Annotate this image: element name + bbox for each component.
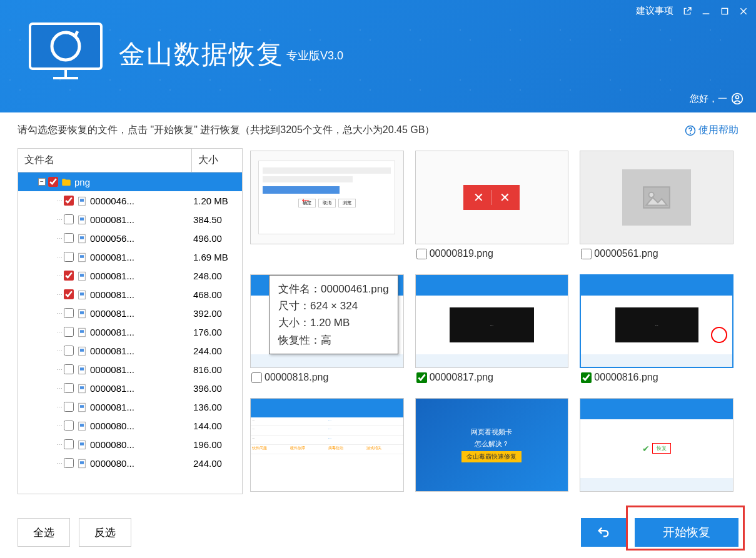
tree-file-row[interactable]: ⋯ 0000080... 244.00 bbox=[18, 454, 242, 472]
file-checkbox[interactable] bbox=[64, 289, 74, 299]
file-checkbox[interactable] bbox=[64, 402, 74, 412]
file-checkbox[interactable] bbox=[64, 252, 74, 262]
file-icon bbox=[76, 269, 90, 281]
undo-icon bbox=[595, 526, 612, 539]
tree-file-row[interactable]: ⋯ 0000081... 1.69 MB bbox=[18, 247, 242, 266]
file-size: 396.00 bbox=[193, 383, 242, 394]
thumbnail-checkbox[interactable] bbox=[416, 372, 427, 383]
file-size: 244.00 bbox=[193, 346, 242, 356]
monitor-recovery-icon bbox=[25, 19, 106, 90]
svg-rect-33 bbox=[80, 386, 84, 389]
app-window: 建议事项 金山数据恢复专业版V3.0 您好，一 bbox=[0, 0, 756, 558]
tree-file-row[interactable]: ⋯ 0000046... 1.20 MB bbox=[18, 191, 242, 210]
tree-file-row[interactable]: ⋯ 0000081... 176.00 bbox=[18, 322, 242, 341]
help-link[interactable]: 使用帮助 bbox=[685, 124, 738, 137]
tree-body[interactable]: − png⋯ 0000046... 1.20 MB⋯ 0000081... 38… bbox=[18, 172, 242, 494]
svg-rect-19 bbox=[80, 255, 84, 258]
file-name: 0000081... bbox=[90, 308, 193, 319]
tree-file-row[interactable]: ⋯ 0000081... 392.00 bbox=[18, 304, 242, 322]
thumbnail-card[interactable]: ··· 00000816.png bbox=[580, 274, 733, 387]
file-tree-panel: 文件名 大小 − png⋯ 0000046... 1.20 MB⋯ 000008… bbox=[18, 148, 243, 494]
header: 建议事项 金山数据恢复专业版V3.0 您好，一 bbox=[0, 0, 756, 112]
thumbnail-checkbox[interactable] bbox=[251, 372, 262, 383]
folder-checkbox[interactable] bbox=[48, 177, 58, 187]
file-size: 1.69 MB bbox=[193, 252, 242, 262]
user-icon bbox=[731, 92, 743, 105]
tree-file-row[interactable]: ⋯ 0000081... 136.00 bbox=[18, 397, 242, 416]
collapse-icon[interactable]: − bbox=[38, 178, 46, 186]
file-size: 144.00 bbox=[193, 421, 242, 431]
file-checkbox[interactable] bbox=[64, 421, 74, 431]
file-checkbox[interactable] bbox=[64, 308, 74, 318]
svg-point-43 bbox=[649, 192, 654, 197]
file-checkbox[interactable] bbox=[64, 458, 74, 468]
tree-file-row[interactable]: ⋯ 0000081... 248.00 bbox=[18, 266, 242, 285]
file-checkbox[interactable] bbox=[64, 271, 74, 281]
tree-file-row[interactable]: ⋯ 0000081... 396.00 bbox=[18, 379, 242, 397]
file-name: 0000081... bbox=[90, 214, 193, 225]
file-icon bbox=[76, 213, 90, 225]
thumbnail-filename: 00000818.png bbox=[265, 372, 328, 383]
file-size: 248.00 bbox=[193, 271, 242, 281]
tree-file-row[interactable]: ⋯ 0000081... 244.00 bbox=[18, 341, 242, 360]
thumbnail-card[interactable]: 网页看视频卡怎么解决？金山毒霸快速修复 bbox=[415, 398, 569, 492]
thumbnail-checkbox[interactable] bbox=[581, 372, 592, 383]
instruction-row: 请勾选您要恢复的文件，点击 "开始恢复" 进行恢复（共找到3205个文件，总大小… bbox=[18, 124, 738, 137]
file-name: 0000081... bbox=[90, 252, 193, 262]
tree-file-row[interactable]: ⋯ 0000080... 144.00 bbox=[18, 416, 242, 435]
thumbnail-filename: 00000816.png bbox=[594, 372, 658, 383]
file-size: 136.00 bbox=[193, 402, 242, 412]
file-size: 1.20 MB bbox=[193, 196, 242, 206]
file-checkbox[interactable] bbox=[64, 439, 74, 449]
svg-rect-25 bbox=[80, 311, 84, 314]
logo-area: 金山数据恢复专业版V3.0 bbox=[0, 0, 756, 109]
tree-file-row[interactable]: ⋯ 0000080... 196.00 bbox=[18, 435, 242, 454]
tree-file-row[interactable]: ⋯ 0000081... 384.50 bbox=[18, 210, 242, 229]
file-name: 0000080... bbox=[90, 421, 193, 431]
thumbnail-filename: 00000817.png bbox=[430, 372, 493, 383]
file-checkbox[interactable] bbox=[64, 364, 74, 374]
footer: 全选 反选 开始恢复 bbox=[0, 507, 756, 558]
tree-file-row[interactable]: ⋯ 0000081... 468.00 bbox=[18, 285, 242, 304]
app-title-block: 金山数据恢复专业版V3.0 bbox=[106, 37, 343, 72]
file-checkbox[interactable] bbox=[64, 233, 74, 243]
greeting[interactable]: 您好，一 bbox=[690, 92, 743, 105]
file-checkbox[interactable] bbox=[64, 346, 74, 356]
svg-rect-4 bbox=[30, 24, 101, 69]
thumbnail-card[interactable]: ←确定取消浏览 bbox=[250, 151, 404, 263]
thumbnail-card[interactable]: ✕✕ 00000819.png bbox=[415, 151, 569, 263]
thumbnail-filename: 00000561.png bbox=[594, 248, 658, 259]
file-checkbox[interactable] bbox=[64, 214, 74, 224]
tree-folder-row[interactable]: − png bbox=[18, 172, 242, 191]
tree-file-row[interactable]: ⋯ 0000056... 496.00 bbox=[18, 229, 242, 247]
invert-selection-button[interactable]: 反选 bbox=[79, 518, 131, 547]
thumbnail-card[interactable]: ··················软件问题硬件故障病毒防治游戏相关 bbox=[250, 398, 404, 492]
file-name: 0000081... bbox=[90, 364, 193, 375]
file-checkbox[interactable] bbox=[64, 196, 74, 206]
file-checkbox[interactable] bbox=[64, 383, 74, 393]
file-icon bbox=[76, 344, 90, 356]
start-recovery-button[interactable]: 开始恢复 bbox=[635, 518, 738, 547]
file-name: 0000081... bbox=[90, 346, 193, 356]
file-checkbox[interactable] bbox=[64, 327, 74, 337]
thumbnail-checkbox[interactable] bbox=[581, 249, 592, 259]
thumbnail-checkbox[interactable] bbox=[416, 249, 427, 259]
thumbnail-card[interactable]: ··· 00000817.png bbox=[415, 274, 569, 387]
select-all-button[interactable]: 全选 bbox=[18, 518, 70, 547]
svg-rect-41 bbox=[80, 461, 84, 464]
tree-file-row[interactable]: ⋯ 0000081... 816.00 bbox=[18, 360, 242, 379]
svg-rect-29 bbox=[80, 349, 84, 352]
thumbnail-label-row: 00000819.png bbox=[415, 244, 569, 263]
svg-rect-35 bbox=[80, 405, 84, 408]
thumbnail-label-row: 00000818.png bbox=[250, 368, 404, 387]
file-icon bbox=[76, 457, 90, 469]
svg-rect-17 bbox=[80, 236, 84, 239]
col-size[interactable]: 大小 bbox=[192, 149, 242, 172]
file-icon bbox=[76, 363, 90, 375]
file-name: 0000081... bbox=[90, 271, 193, 281]
thumbnail-card[interactable]: 00000561.png bbox=[580, 151, 733, 263]
col-filename[interactable]: 文件名 bbox=[18, 149, 192, 172]
thumbnail-label-row: 00000816.png bbox=[580, 368, 733, 387]
thumbnail-card[interactable]: ✔恢复 bbox=[580, 398, 733, 492]
undo-button[interactable] bbox=[581, 518, 626, 547]
